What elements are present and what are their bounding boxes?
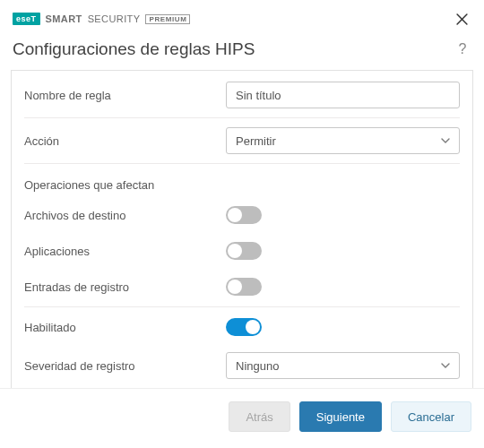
back-button: Atrás [229, 401, 290, 432]
row-enabled: Habilitado [12, 309, 472, 345]
help-icon: ? [459, 41, 467, 57]
footer: Atrás Siguiente Cancelar [0, 388, 484, 448]
applications-toggle[interactable] [226, 242, 262, 260]
brand-logo-badge: eseT [13, 13, 40, 25]
row-rule-name: Nombre de regla [12, 74, 472, 116]
cancel-button[interactable]: Cancelar [391, 401, 471, 432]
window-header: eseT SMART SECURITY PREMIUM [0, 0, 484, 34]
action-select[interactable]: Permitir [226, 127, 460, 154]
brand-smart: SMART [46, 13, 82, 24]
divider [24, 163, 460, 164]
enabled-toggle[interactable] [226, 318, 262, 336]
rule-name-label: Nombre de regla [24, 89, 226, 102]
settings-panel: Nombre de regla Acción Permitir Operacio… [11, 70, 473, 426]
brand-premium: PREMIUM [145, 14, 190, 24]
close-button[interactable] [452, 9, 471, 29]
chevron-down-icon [441, 363, 450, 368]
rule-name-input[interactable] [226, 82, 460, 108]
target-files-toggle[interactable] [226, 206, 262, 224]
help-button[interactable]: ? [454, 40, 471, 58]
row-registry: Entradas de registro [12, 269, 472, 305]
divider [24, 306, 460, 307]
row-applications: Aplicaciones [12, 233, 472, 269]
brand-security: SECURITY [88, 13, 141, 24]
divider [24, 117, 460, 118]
row-severity: Severidad de registro Ninguno [12, 345, 472, 386]
operations-section-title: Operaciones que afectan [12, 166, 472, 197]
page-title: Configuraciones de reglas HIPS [13, 39, 255, 59]
severity-select-value: Ninguno [236, 359, 279, 373]
next-button[interactable]: Siguiente [299, 401, 382, 432]
close-icon [456, 13, 468, 25]
brand-block: eseT SMART SECURITY PREMIUM [13, 13, 190, 25]
action-select-value: Permitir [236, 134, 276, 148]
severity-select[interactable]: Ninguno [226, 352, 460, 379]
target-files-label: Archivos de destino [24, 209, 226, 222]
applications-label: Aplicaciones [24, 245, 226, 258]
title-row: Configuraciones de reglas HIPS ? [0, 34, 484, 70]
enabled-label: Habilitado [24, 321, 226, 334]
chevron-down-icon [441, 138, 450, 143]
row-target-files: Archivos de destino [12, 197, 472, 233]
registry-label: Entradas de registro [24, 280, 226, 294]
row-action: Acción Permitir [12, 120, 472, 161]
action-label: Acción [24, 134, 226, 148]
severity-label: Severidad de registro [24, 359, 226, 373]
registry-toggle[interactable] [226, 278, 262, 296]
